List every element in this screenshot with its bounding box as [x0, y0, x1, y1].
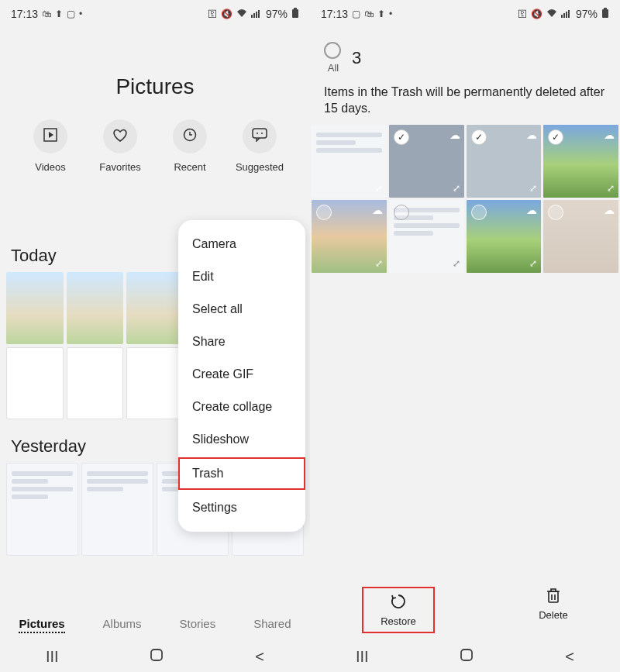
trash-item[interactable]: ☁ [543, 200, 618, 273]
check-icon[interactable] [394, 205, 409, 220]
check-icon[interactable]: ✓ [548, 129, 563, 145]
statusbar: 17:13 🛍 ⬆ ▢ • ⚿ 🔇 97% [0, 0, 310, 28]
svg-rect-3 [258, 10, 260, 18]
quick-row: Videos Favorites Recent Suggested [0, 119, 310, 173]
image-icon: ▢ [67, 9, 75, 19]
android-navbar: III < [310, 641, 620, 672]
thumbnail[interactable] [6, 272, 64, 344]
svg-rect-19 [461, 650, 472, 660]
tab-stories[interactable]: Stories [180, 617, 216, 633]
tab-shared[interactable]: Shared [253, 617, 291, 633]
mute-icon: 🔇 [531, 9, 542, 19]
dot-icon: • [389, 9, 392, 19]
expand-icon: ⤢ [607, 183, 615, 194]
statusbar: 17:13 ▢ 🛍 ⬆ • ⚿ 🔇 97% [310, 0, 620, 28]
trash-item[interactable]: ☁ ⤢ [312, 200, 387, 273]
bag-icon: 🛍 [364, 9, 374, 19]
menu-share[interactable]: Share [178, 326, 305, 358]
svg-rect-17 [604, 8, 607, 9]
page-title: Pictures [0, 74, 310, 99]
trash-item[interactable]: ✓ ☁ ⤢ [543, 125, 618, 198]
trash-message: Items in the Trash will be permanently d… [310, 80, 620, 125]
check-icon[interactable] [471, 205, 487, 220]
bag-icon: 🛍 [42, 9, 51, 19]
svg-rect-14 [566, 12, 567, 18]
svg-rect-5 [294, 8, 297, 9]
thumbnail[interactable] [126, 347, 184, 419]
svg-rect-1 [253, 13, 255, 18]
menu-slideshow[interactable]: Slideshow [178, 423, 305, 456]
upload-icon: ⬆ [55, 9, 63, 19]
trash-icon [546, 587, 561, 606]
check-icon[interactable]: ✓ [471, 129, 487, 145]
status-battery: 97% [576, 8, 598, 20]
quick-favorites[interactable]: Favorites [93, 119, 147, 173]
trash-item[interactable]: ☁ ⤢ [467, 200, 542, 273]
recents-icon[interactable]: III [356, 648, 369, 666]
home-icon[interactable] [460, 648, 474, 666]
expand-icon: ⤢ [375, 258, 383, 269]
play-icon [43, 128, 57, 145]
home-icon[interactable] [150, 648, 164, 666]
svg-rect-8 [253, 129, 267, 138]
quick-recent[interactable]: Recent [163, 119, 217, 173]
menu-camera[interactable]: Camera [178, 228, 305, 260]
restore-label: Restore [381, 615, 416, 627]
battery-icon [601, 8, 609, 20]
delete-button[interactable]: Delete [539, 587, 568, 633]
tab-pictures[interactable]: Pictures [19, 617, 64, 633]
bottom-tabs: Pictures Albums Stories Shared [0, 605, 310, 641]
select-all-toggle[interactable] [324, 42, 341, 59]
restore-icon [390, 593, 407, 612]
menu-edit[interactable]: Edit [178, 260, 305, 293]
svg-rect-15 [568, 10, 570, 18]
trash-item[interactable]: ⤢ [312, 125, 387, 198]
thumbnail[interactable] [67, 272, 124, 344]
menu-settings[interactable]: Settings [178, 491, 305, 524]
signal-icon [561, 9, 572, 19]
expand-icon: ⤢ [529, 183, 537, 194]
back-icon[interactable]: < [255, 648, 264, 666]
restore-button[interactable]: Restore [362, 587, 435, 633]
svg-rect-11 [151, 650, 162, 660]
check-icon[interactable] [548, 205, 563, 220]
tab-albums[interactable]: Albums [103, 617, 142, 633]
trash-item[interactable]: ✓ ☁ ⤢ [389, 125, 464, 198]
thumbnail[interactable] [81, 463, 153, 556]
quick-videos[interactable]: Videos [23, 119, 78, 173]
thumbnail[interactable] [6, 347, 64, 419]
thumbnail[interactable] [126, 272, 184, 344]
menu-create-collage[interactable]: Create collage [178, 391, 305, 423]
status-time: 17:13 [321, 8, 348, 20]
check-icon[interactable] [316, 205, 332, 220]
selected-count: 3 [352, 48, 361, 68]
recents-icon[interactable]: III [46, 648, 59, 666]
svg-rect-13 [563, 13, 565, 18]
mute-icon: 🔇 [221, 9, 232, 19]
vpn-icon: ⚿ [518, 9, 527, 19]
heart-icon [112, 128, 128, 145]
menu-create-gif[interactable]: Create GIF [178, 358, 305, 391]
expand-icon: ⤢ [453, 183, 460, 194]
svg-rect-18 [549, 591, 558, 602]
trash-item[interactable]: ⤢ [389, 200, 464, 273]
status-battery: 97% [266, 8, 288, 20]
quick-suggested[interactable]: Suggested [232, 119, 287, 173]
clock-icon [183, 128, 197, 145]
vpn-icon: ⚿ [208, 9, 217, 19]
android-navbar: III < [0, 641, 310, 672]
delete-label: Delete [539, 609, 568, 621]
thumbnail[interactable] [67, 347, 124, 419]
trash-item[interactable]: ✓ ☁ ⤢ [467, 125, 542, 198]
menu-select-all[interactable]: Select all [178, 293, 305, 326]
dot-icon: • [79, 9, 82, 19]
selection-header: All 3 [310, 28, 620, 80]
thumbnail[interactable] [6, 463, 78, 556]
wifi-icon [236, 9, 247, 19]
expand-icon: ⤢ [375, 183, 383, 194]
check-icon[interactable]: ✓ [394, 129, 409, 145]
back-icon[interactable]: < [565, 648, 574, 666]
phone-left: 17:13 🛍 ⬆ ▢ • ⚿ 🔇 97% Pictures Videos [0, 0, 310, 672]
status-time: 17:13 [11, 8, 38, 20]
menu-trash[interactable]: Trash [178, 457, 305, 490]
